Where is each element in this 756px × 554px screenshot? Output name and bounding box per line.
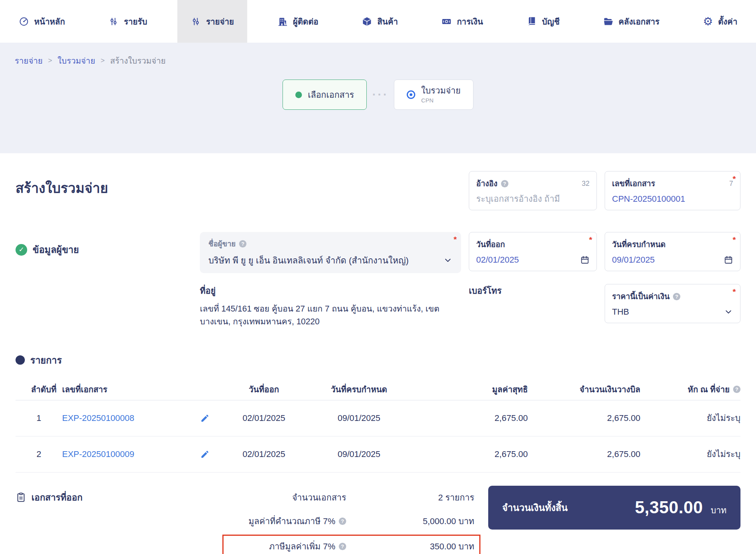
- document-link[interactable]: EXP-20250100009: [62, 449, 134, 459]
- reference-input[interactable]: [476, 194, 590, 204]
- taxable-value: 5,000.00 บาท: [346, 514, 474, 528]
- items-table: ลำดับที่ เลขที่เอกสาร วันที่ออก วันที่คร…: [16, 379, 740, 473]
- step-label: ใบรวมจ่าย: [421, 86, 461, 95]
- table-header-row: ลำดับที่ เลขที่เอกสาร วันที่ออก วันที่คร…: [16, 379, 740, 400]
- step-active-dot-icon: [295, 92, 302, 98]
- reference-label: อ้างอิง: [476, 177, 498, 190]
- nav-item-settings[interactable]: ⚙ ตั้งค่า: [690, 0, 751, 43]
- step-label: เลือกเอกสาร: [308, 88, 354, 102]
- header-band: รายจ่าย > ใบรวมจ่าย > สร้างใบรวมจ่าย เลื…: [0, 43, 756, 153]
- reference-field[interactable]: อ้างอิง ? 32: [469, 171, 597, 210]
- total-amount-value: 5,350.00: [635, 498, 703, 517]
- document-number-label: เลขที่เอกสาร: [612, 177, 655, 190]
- nav-item-income[interactable]: รายรับ: [95, 0, 160, 43]
- cell-withholding-tax: ยังไม่ระบุ: [640, 411, 740, 425]
- seller-name-label: ชื่อผู้ขาย: [208, 238, 236, 249]
- vat-label: ภาษีมูลค่าเพิ่ม 7%: [269, 540, 335, 553]
- stepper: เลือกเอกสาร ··· ใบรวมจ่าย CPN: [0, 80, 756, 110]
- nav-label: หน้าหลัก: [34, 15, 65, 28]
- nav-item-expense[interactable]: รายจ่าย: [177, 0, 247, 43]
- address-block: ที่อยู่ เลขที่ 145/161 ซอย คู้บอน 27 แยก…: [200, 284, 461, 329]
- required-marker: *: [733, 174, 736, 184]
- address-value: เลขที่ 145/161 ซอย คู้บอน 27 แยก 7 ถนน ค…: [200, 303, 461, 329]
- nav-item-documents[interactable]: คลังเอกสาร: [590, 0, 673, 43]
- nav-label: รายจ่าย: [206, 15, 234, 28]
- edit-pencil-icon[interactable]: [200, 414, 210, 423]
- table-row: 1 EXP-20250100008 02/01/2025 09/01/2025 …: [16, 400, 740, 436]
- step-select-documents[interactable]: เลือกเอกสาร: [283, 80, 367, 110]
- header-issue-date: วันที่ออก: [225, 383, 303, 396]
- help-icon[interactable]: ?: [733, 386, 740, 393]
- issue-date-field[interactable]: * วันที่ออก 02/01/2025: [469, 232, 597, 271]
- reference-counter: 32: [582, 180, 590, 188]
- issue-date-label: วันที่ออก: [476, 238, 505, 251]
- required-marker: *: [733, 235, 736, 244]
- expense-icon: [191, 16, 201, 27]
- help-icon[interactable]: ?: [239, 240, 246, 248]
- breadcrumb-item-expense[interactable]: รายจ่าย: [15, 54, 43, 67]
- summary-section: เอกสารที่ออก จำนวนเอกสาร 2 รายการ มูลค่า…: [16, 486, 740, 554]
- seller-name-select[interactable]: * ชื่อผู้ขาย ? บริษัท พี ยู ยู เอ็น อินเ…: [200, 232, 461, 273]
- help-icon[interactable]: ?: [673, 293, 680, 300]
- help-icon[interactable]: ?: [501, 180, 508, 187]
- nav-item-home[interactable]: หน้าหลัก: [5, 0, 78, 43]
- nav-label: สินค้า: [377, 15, 398, 28]
- check-circle-icon: ✓: [16, 244, 27, 256]
- accounting-icon: [527, 16, 537, 27]
- currency-value: THB: [612, 307, 629, 317]
- page-title: สร้างใบรวมจ่าย: [16, 171, 108, 199]
- due-date-value: 09/01/2025: [612, 255, 655, 265]
- breadcrumb-separator: >: [101, 57, 105, 65]
- seller-name-value: บริษัท พี ยู ยู เอ็น อินเทลลิเจนท์ จำกัด…: [208, 253, 409, 267]
- total-currency: บาท: [711, 504, 727, 517]
- total-amount-box: จำนวนเงินทั้งสิ้น 5,350.00 บาท: [488, 486, 740, 530]
- currency-label: ราคานี้เป็นค่าเงิน: [612, 290, 669, 303]
- doc-count-row: จำนวนเอกสาร 2 รายการ: [174, 486, 480, 509]
- cell-due-date: 09/01/2025: [303, 449, 415, 459]
- nav-label: ผู้ติดต่อ: [293, 15, 319, 28]
- cell-withholding-tax: ยังไม่ระบุ: [640, 447, 740, 461]
- doc-count-value: 2 รายการ: [346, 491, 474, 504]
- phone-label: เบอร์โทร: [469, 284, 597, 298]
- edit-pencil-icon[interactable]: [200, 450, 210, 459]
- currency-select[interactable]: * ราคานี้เป็นค่าเงิน ? THB: [605, 284, 740, 323]
- breadcrumb-separator: >: [48, 57, 52, 65]
- breadcrumb-item-combined-payment[interactable]: ใบรวมจ่าย: [57, 54, 95, 67]
- help-icon[interactable]: ?: [339, 543, 346, 550]
- due-date-field[interactable]: * วันที่ครบกำหนด 09/01/2025: [605, 232, 740, 271]
- step-combined-payment[interactable]: ใบรวมจ่าย CPN: [394, 80, 473, 110]
- calendar-icon[interactable]: [724, 255, 733, 265]
- cell-issue-date: 02/01/2025: [225, 413, 303, 423]
- nav-item-contacts[interactable]: ผู้ติดต่อ: [264, 0, 332, 43]
- finance-icon: [441, 16, 452, 27]
- doc-count-label: จำนวนเอกสาร: [292, 491, 346, 504]
- nav-label: คลังเอกสาร: [619, 15, 660, 28]
- nav-item-products[interactable]: สินค้า: [349, 0, 411, 43]
- breadcrumb: รายจ่าย > ใบรวมจ่าย > สร้างใบรวมจ่าย: [0, 43, 756, 67]
- seller-section-header: ✓ ข้อมูลผู้ขาย: [16, 232, 192, 257]
- nav-label: การเงิน: [457, 15, 483, 28]
- calendar-icon[interactable]: [580, 255, 590, 265]
- step-sublabel: CPN: [421, 97, 461, 104]
- cell-issue-date: 02/01/2025: [225, 449, 303, 459]
- vat-value: 350.00 บาท: [346, 540, 474, 553]
- nav-item-finance[interactable]: การเงิน: [428, 0, 496, 43]
- nav-label: ตั้งค่า: [718, 15, 737, 28]
- contacts-icon: [277, 16, 288, 27]
- income-icon: [108, 16, 119, 27]
- cell-net-amount: 2,675.00: [415, 449, 528, 459]
- document-number-field[interactable]: * เลขที่เอกสาร 7 CPN-20250100001: [605, 171, 740, 210]
- summary-header: เอกสารที่ออก: [16, 486, 174, 504]
- header-net-amount: มูลค่าสุทธิ: [415, 383, 528, 396]
- top-navigation: หน้าหลัก รายรับ รายจ่าย ผู้ติดต่อ สินค้า…: [0, 0, 756, 43]
- nav-item-accounting[interactable]: บัญชี: [513, 0, 573, 43]
- chevron-down-icon: [724, 307, 733, 317]
- items-section-header: รายการ: [16, 353, 740, 368]
- home-icon: [19, 16, 29, 27]
- clipboard-icon: [16, 492, 26, 503]
- document-link[interactable]: EXP-20250100008: [62, 413, 134, 423]
- breadcrumb-item-current: สร้างใบรวมจ่าย: [110, 54, 166, 67]
- cell-billed-amount: 2,675.00: [528, 449, 640, 459]
- total-label: จำนวนเงินทั้งสิ้น: [502, 500, 568, 515]
- help-icon[interactable]: ?: [339, 518, 346, 525]
